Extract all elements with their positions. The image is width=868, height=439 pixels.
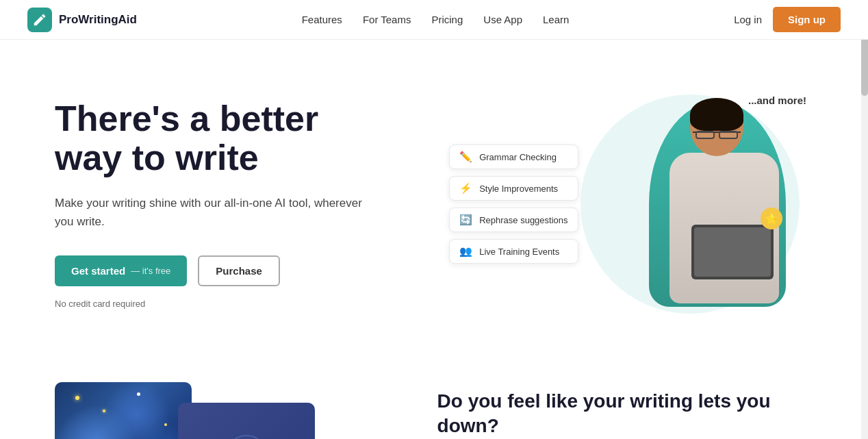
svg-point-0	[226, 436, 267, 440]
pill-style: ⚡ Style Improvements	[449, 176, 578, 201]
logo-icon	[27, 8, 52, 32]
style-icon: ⚡	[459, 182, 472, 195]
hero-buttons: Get started — it's free Purchase	[55, 255, 383, 286]
starry-swirls	[55, 382, 192, 439]
style-label: Style Improvements	[479, 184, 558, 194]
scrollbar-track[interactable]	[861, 0, 868, 439]
navbar: ProWritingAid Features For Teams Pricing…	[0, 0, 868, 40]
hero-illustration: ⭐	[628, 88, 793, 321]
no-credit-card-text: No credit card required	[55, 299, 383, 309]
feature-pills: ✏️ Grammar Checking ⚡ Style Improvements…	[449, 145, 578, 264]
hero-title: There's a better way to write	[55, 99, 383, 177]
logo-text: ProWritingAid	[59, 13, 137, 27]
logo-link[interactable]: ProWritingAid	[27, 8, 137, 32]
free-label: — it's free	[131, 266, 170, 276]
login-button[interactable]: Log in	[734, 14, 762, 25]
pill-grammar: ✏️ Grammar Checking	[449, 145, 578, 169]
nav-features[interactable]: Features	[302, 14, 342, 25]
hero-text: There's a better way to write Make your …	[55, 99, 383, 310]
and-more-text: ...and more!	[748, 95, 806, 106]
star-2	[103, 410, 105, 412]
grammar-label: Grammar Checking	[479, 152, 557, 162]
training-label: Live Training Events	[479, 247, 559, 257]
pill-training: 👥 Live Training Events	[449, 239, 578, 264]
section2: My idea in my head Do you feel like your…	[0, 355, 868, 439]
purchase-button[interactable]: Purchase	[198, 255, 280, 286]
section2-text: Do you feel like your writing lets you d…	[437, 382, 813, 439]
hero-section: There's a better way to write Make your …	[0, 40, 868, 355]
star-4	[164, 423, 167, 426]
idea-spiral-svg	[222, 432, 270, 440]
nav-cta: Log in Sign up	[734, 7, 841, 32]
pill-rephrase: 🔄 Rephrase suggestions	[449, 208, 578, 232]
section2-image-area: My idea in my head	[55, 382, 396, 439]
hero-subtitle: Make your writing shine with our all-in-…	[55, 194, 383, 231]
get-started-button[interactable]: Get started — it's free	[55, 255, 187, 286]
nav-learn[interactable]: Learn	[543, 14, 569, 25]
person-glasses	[693, 131, 741, 137]
rephrase-icon: 🔄	[459, 214, 472, 226]
star-1	[75, 396, 79, 400]
grammar-icon: ✏️	[459, 151, 472, 163]
star-3	[137, 392, 140, 396]
person-hair	[690, 98, 743, 131]
starry-night-card	[55, 382, 192, 439]
nav-use-app[interactable]: Use App	[483, 14, 522, 25]
nav-for-teams[interactable]: For Teams	[363, 14, 411, 25]
hero-image-area: ✏️ Grammar Checking ⚡ Style Improvements…	[449, 81, 813, 327]
star-icon: ⭐	[761, 208, 782, 229]
get-started-label: Get started	[71, 265, 125, 277]
logo-svg	[32, 12, 47, 27]
nav-links: Features For Teams Pricing Use App Learn	[302, 14, 570, 26]
training-icon: 👥	[459, 245, 472, 258]
signup-button[interactable]: Sign up	[773, 7, 841, 32]
section2-title: Do you feel like your writing lets you d…	[437, 389, 813, 439]
rephrase-label: Rephrase suggestions	[479, 215, 567, 225]
nav-pricing[interactable]: Pricing	[431, 14, 463, 25]
person-laptop	[691, 225, 774, 279]
idea-in-head-card: My idea in my head	[178, 403, 315, 439]
